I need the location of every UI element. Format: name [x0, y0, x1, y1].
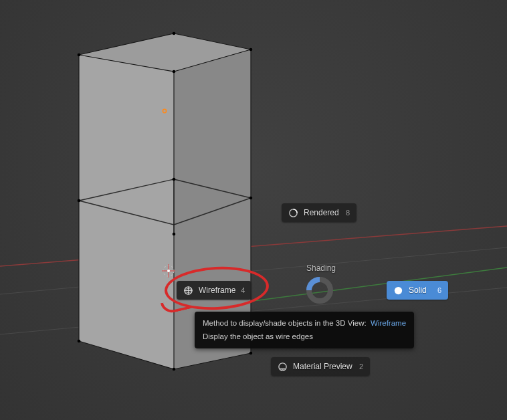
svg-point-33: [163, 266, 174, 276]
tooltip: Method to display/shade objects in the 3…: [195, 312, 414, 348]
svg-point-36: [167, 270, 170, 272]
svg-point-29: [78, 340, 81, 343]
svg-point-27: [249, 197, 253, 200]
svg-point-21: [78, 54, 81, 57]
svg-point-32: [163, 109, 166, 112]
svg-line-12: [79, 33, 174, 55]
pie-item-label: Solid: [409, 286, 432, 295]
svg-point-25: [78, 199, 81, 203]
svg-line-0: [0, 226, 507, 266]
svg-line-9: [79, 201, 174, 225]
pie-item-shortcut: 6: [437, 286, 441, 294]
wireframe-icon: [183, 286, 193, 296]
tooltip-value: Wireframe: [371, 319, 406, 327]
pie-item-solid[interactable]: Solid 6: [387, 281, 448, 300]
svg-marker-5: [79, 55, 174, 369]
tooltip-line-2: Display the object as wire edges: [203, 330, 406, 344]
pie-item-shortcut: 8: [346, 209, 350, 217]
solid-icon: [393, 286, 403, 296]
pie-item-label: Wireframe: [199, 286, 235, 295]
svg-line-14: [79, 55, 174, 72]
svg-line-13: [174, 33, 251, 49]
material-preview-icon: [278, 362, 288, 372]
tooltip-prefix: Method to display/shade objects in the 3…: [203, 319, 367, 327]
svg-line-8: [174, 179, 251, 198]
pie-item-label: Material Preview: [293, 362, 354, 371]
pie-item-rendered[interactable]: Rendered 8: [282, 203, 357, 222]
rendered-icon: [288, 208, 298, 218]
svg-line-19: [79, 341, 174, 369]
scene-backdrop: [0, 0, 507, 420]
svg-point-24: [173, 70, 176, 74]
pie-item-shortcut: 2: [359, 362, 363, 371]
pie-item-shortcut: 4: [241, 286, 245, 294]
pie-item-wireframe[interactable]: Wireframe 4: [177, 281, 251, 300]
svg-line-7: [79, 179, 174, 201]
svg-point-31: [249, 352, 253, 355]
svg-point-23: [249, 48, 253, 51]
pie-item-material-preview[interactable]: Material Preview 2: [271, 357, 370, 376]
pie-item-label: Rendered: [304, 208, 340, 217]
svg-point-28: [173, 233, 176, 236]
viewport-3d[interactable]: Shading Rendered 8 Wireframe 4 Solid 6 M…: [0, 0, 507, 420]
pie-menu-title: Shading: [306, 264, 336, 273]
svg-line-10: [174, 198, 251, 225]
svg-point-22: [173, 32, 176, 35]
svg-point-30: [173, 368, 176, 371]
svg-point-37: [309, 280, 330, 301]
svg-marker-4: [79, 33, 251, 72]
svg-point-26: [173, 178, 176, 181]
svg-line-15: [174, 49, 251, 72]
svg-line-20: [174, 353, 251, 369]
tooltip-line-1: Method to display/shade objects in the 3…: [203, 317, 406, 330]
svg-point-43: [395, 286, 402, 294]
